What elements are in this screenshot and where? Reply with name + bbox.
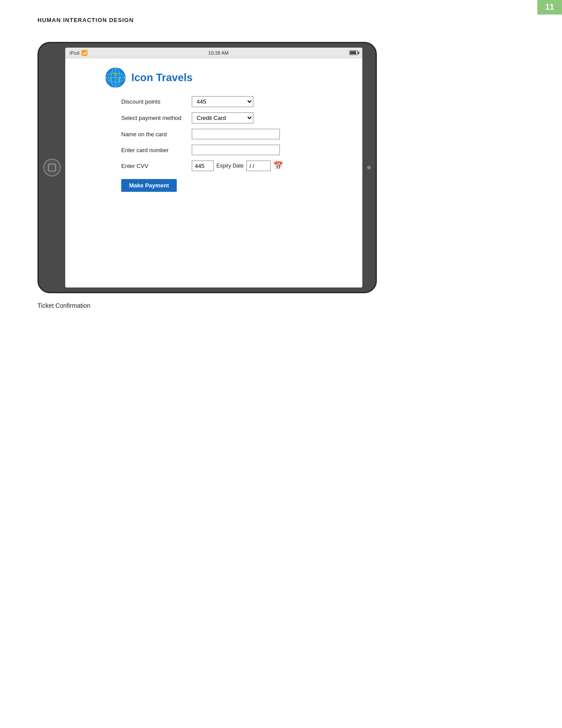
card-number-row: Enter card number <box>121 145 306 155</box>
discount-select[interactable]: 445 200 100 <box>192 96 253 107</box>
payment-method-select[interactable]: Credit Card Debit Card PayPal <box>192 112 253 123</box>
wifi-icon: 📶 <box>81 50 88 56</box>
expiry-input[interactable] <box>246 161 271 171</box>
camera-dot <box>367 166 371 169</box>
discount-label: Discount points <box>121 98 187 105</box>
discount-row: Discount points 445 200 100 <box>121 96 306 107</box>
name-input[interactable] <box>192 129 280 139</box>
cvv-row: Enter CVV Expiry Date 📅 <box>121 161 306 171</box>
page-header: HUMAN INTERACTION DESIGN <box>37 17 134 23</box>
battery-fill <box>350 51 356 54</box>
card-number-label: Enter card number <box>121 147 187 153</box>
ipad-screen: iPod 📶 10:38 AM <box>65 48 362 287</box>
payment-method-label: Select payment method <box>121 115 187 121</box>
expiry-label: Expiry Date <box>216 163 244 169</box>
status-time: 10:38 AM <box>208 50 228 56</box>
app-header: Icon Travels <box>105 67 193 88</box>
status-left: iPod 📶 <box>70 50 88 56</box>
payment-method-row: Select payment method Credit Card Debit … <box>121 112 306 123</box>
ipad-container: iPod 📶 10:38 AM <box>37 42 377 293</box>
name-label: Name on the card <box>121 131 187 138</box>
status-bar: iPod 📶 10:38 AM <box>65 48 362 58</box>
card-number-input[interactable] <box>192 145 280 155</box>
name-row: Name on the card <box>121 129 306 139</box>
ipad-left-bar <box>39 43 65 292</box>
app-content: Icon Travels Discount points 445 200 100 <box>65 58 362 287</box>
home-button[interactable] <box>43 159 61 176</box>
caption: Ticket Confirmation <box>37 302 90 309</box>
cvv-label: Enter CVV <box>121 163 187 169</box>
home-button-inner <box>48 164 56 172</box>
app-title: Icon Travels <box>131 71 193 84</box>
calendar-icon[interactable]: 📅 <box>273 161 283 171</box>
battery-icon <box>349 50 358 55</box>
form-container: Discount points 445 200 100 Select payme… <box>121 96 306 192</box>
device-name: iPod <box>70 50 79 56</box>
page-number: 11 <box>537 0 562 15</box>
globe-icon <box>105 67 126 88</box>
ipad-right-bar <box>362 43 376 292</box>
cvv-fields: Expiry Date 📅 <box>192 161 283 171</box>
make-payment-button[interactable]: Make Payment <box>121 179 177 192</box>
cvv-input[interactable] <box>192 161 214 171</box>
ipad-frame: iPod 📶 10:38 AM <box>37 42 377 293</box>
